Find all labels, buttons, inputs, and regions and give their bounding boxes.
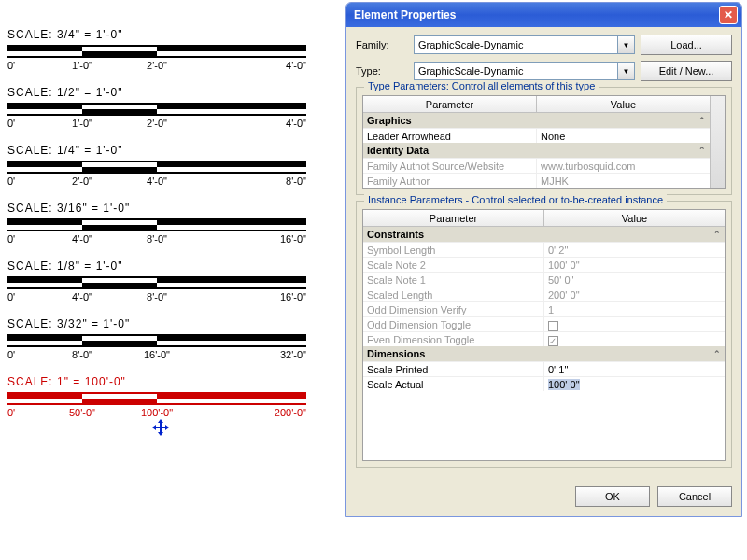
scale-graphic bbox=[7, 334, 306, 347]
table-row: Even Dimension Toggle bbox=[363, 331, 725, 346]
section-identity[interactable]: Identity Data⌃ bbox=[363, 143, 710, 158]
scale-graphic bbox=[7, 276, 306, 289]
scale-bar: SCALE: 3/16" = 1'-0"0'4'-0"8'-0"16'-0" bbox=[7, 202, 334, 248]
ok-button[interactable]: OK bbox=[575, 486, 650, 507]
section-constraints[interactable]: Constraints⌃ bbox=[363, 227, 725, 242]
col-parameter: Parameter bbox=[363, 210, 544, 226]
table-row: Leader ArrowheadNone bbox=[363, 128, 710, 143]
element-properties-dialog: Element Properties ✕ Family: ▼ Load... T… bbox=[345, 2, 742, 517]
instance-parameters-grid[interactable]: Parameter Value Constraints⌃ Symbol Leng… bbox=[362, 209, 726, 461]
type-combo[interactable]: ▼ bbox=[414, 62, 635, 80]
collapse-icon[interactable]: ⌃ bbox=[713, 349, 721, 358]
table-row: Scale Printed0' 1" bbox=[363, 361, 725, 376]
move-cursor-icon bbox=[152, 419, 169, 440]
table-row: Scaled Length200' 0" bbox=[363, 287, 725, 301]
scale-label: SCALE: 1/8" = 1'-0" bbox=[7, 259, 334, 273]
instance-group-title: Instance Parameters - Control selected o… bbox=[364, 194, 667, 205]
family-combo[interactable]: ▼ bbox=[414, 35, 635, 54]
titlebar[interactable]: Element Properties ✕ bbox=[346, 3, 741, 27]
scale-graphic bbox=[7, 103, 306, 116]
scale-ticks: 0'50'-0"100'-0"200'-0" bbox=[7, 407, 306, 422]
chevron-down-icon[interactable]: ▼ bbox=[618, 62, 635, 80]
scale-graphic bbox=[7, 161, 306, 174]
table-row: Symbol Length0' 2" bbox=[363, 242, 725, 257]
collapse-icon[interactable]: ⌃ bbox=[713, 230, 721, 239]
type-label: Type: bbox=[356, 65, 408, 77]
section-graphics[interactable]: Graphics⌃ bbox=[363, 113, 710, 128]
col-parameter: Parameter bbox=[363, 96, 537, 112]
table-row: Family Authot Source/Websitewww.turbosqu… bbox=[363, 158, 710, 173]
scale-label: SCALE: 1/2" = 1'-0" bbox=[7, 86, 334, 99]
chevron-down-icon[interactable]: ▼ bbox=[618, 35, 635, 54]
scale-ticks: 0'4'-0"8'-0"16'-0" bbox=[7, 233, 306, 248]
type-parameters-group: Type Parameters: Control all elements of… bbox=[356, 87, 732, 195]
cancel-button[interactable]: Cancel bbox=[657, 486, 732, 507]
type-parameters-grid[interactable]: Parameter Value Graphics⌃ Leader Arrowhe… bbox=[362, 95, 726, 189]
scale-bar: SCALE: 1/8" = 1'-0"0'4'-0"8'-0"16'-0" bbox=[7, 259, 334, 306]
dialog-title: Element Properties bbox=[354, 8, 719, 21]
instance-parameters-group: Instance Parameters - Control selected o… bbox=[356, 201, 732, 468]
scale-graphic bbox=[7, 218, 306, 231]
table-row: Scale Actual100' 0" bbox=[363, 376, 725, 391]
table-row: Odd Dimension Toggle bbox=[363, 316, 725, 331]
load-button[interactable]: Load... bbox=[641, 35, 732, 55]
family-input[interactable] bbox=[414, 35, 618, 54]
svg-rect-5 bbox=[155, 427, 166, 428]
col-value: Value bbox=[537, 96, 710, 112]
edit-new-button[interactable]: Edit / New... bbox=[641, 61, 732, 81]
collapse-icon[interactable]: ⌃ bbox=[698, 146, 706, 155]
type-group-title: Type Parameters: Control all elements of… bbox=[364, 80, 599, 91]
scale-ticks: 0'1'-0"2'-0"4'-0" bbox=[7, 118, 306, 133]
table-row: Odd Dimension Verify1 bbox=[363, 301, 725, 316]
col-value: Value bbox=[544, 210, 725, 226]
scale-ticks: 0'4'-0"8'-0"16'-0" bbox=[7, 291, 306, 306]
scale-label: SCALE: 1" = 100'-0" bbox=[7, 375, 334, 388]
close-icon[interactable]: ✕ bbox=[719, 6, 738, 24]
scale-label: SCALE: 1/4" = 1'-0" bbox=[7, 144, 334, 157]
scale-bar: SCALE: 3/4" = 1'-0"0'1'-0"2'-0"4'-0" bbox=[7, 28, 334, 75]
table-row: Scale Note 150' 0" bbox=[363, 272, 725, 287]
scale-label: SCALE: 3/32" = 1'-0" bbox=[7, 317, 334, 330]
checkbox-icon[interactable] bbox=[548, 336, 558, 346]
scale-bar: SCALE: 1/4" = 1'-0"0'2'-0"4'-0"8'-0" bbox=[7, 144, 334, 190]
section-dimensions[interactable]: Dimensions⌃ bbox=[363, 346, 725, 361]
scale-ticks: 0'1'-0"2'-0"4'-0" bbox=[7, 60, 306, 75]
scale-graphic bbox=[7, 45, 306, 58]
scale-ticks: 0'2'-0"4'-0"8'-0" bbox=[7, 175, 306, 190]
scale-ticks: 0'8'-0"16'-0"32'-0" bbox=[7, 349, 306, 364]
scale-bar: SCALE: 1/2" = 1'-0"0'1'-0"2'-0"4'-0" bbox=[7, 86, 334, 133]
scale-graphic bbox=[7, 392, 306, 405]
family-label: Family: bbox=[356, 39, 408, 50]
scrollbar[interactable] bbox=[710, 96, 725, 188]
scale-label: SCALE: 3/4" = 1'-0" bbox=[7, 28, 334, 41]
scale-bar: SCALE: 3/32" = 1'-0"0'8'-0"16'-0"32'-0" bbox=[7, 317, 334, 364]
scale-label: SCALE: 3/16" = 1'-0" bbox=[7, 202, 334, 215]
collapse-icon[interactable]: ⌃ bbox=[698, 116, 706, 125]
checkbox-icon[interactable] bbox=[548, 321, 558, 331]
table-row: Scale Note 2100' 0" bbox=[363, 257, 725, 272]
type-input[interactable] bbox=[414, 62, 618, 80]
scale-bar: SCALE: 1" = 100'-0"0'50'-0"100'-0"200'-0… bbox=[7, 375, 334, 422]
table-row: Family AuthorMJHK bbox=[363, 173, 710, 188]
